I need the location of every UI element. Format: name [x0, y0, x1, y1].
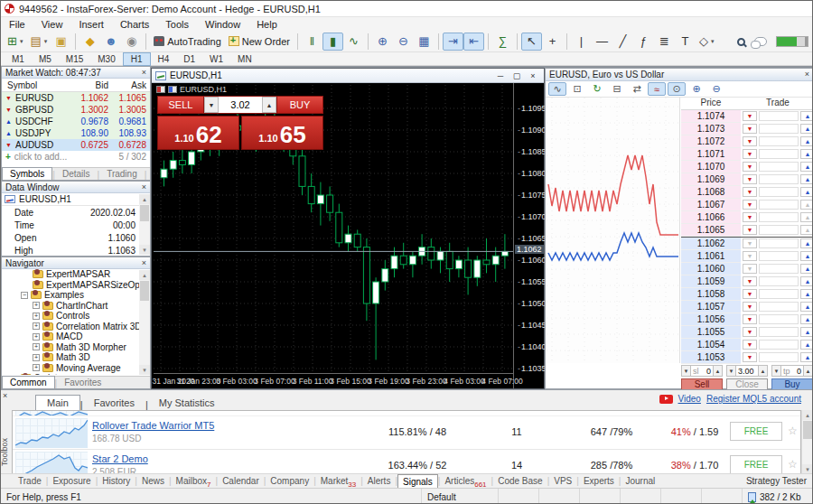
menu-tools[interactable]: Tools — [157, 19, 197, 30]
dom-orders-icon[interactable]: ⊡ — [568, 82, 586, 96]
menu-charts[interactable]: Charts — [112, 19, 157, 30]
fibonacci-button[interactable]: ƒ — [633, 33, 654, 51]
sell-chevron-icon[interactable]: ▼ — [743, 327, 757, 337]
subscribe-button[interactable]: FREE — [730, 422, 782, 441]
market-watch-row[interactable]: ▲USDCHF0.96780.9681 — [2, 116, 150, 127]
close-icon[interactable]: × — [3, 392, 7, 400]
signals-scrollbar[interactable]: ▴ ▾ — [801, 410, 813, 474]
menu-view[interactable]: View — [33, 19, 71, 30]
maximize-icon[interactable]: ▢ — [511, 71, 522, 80]
take-profit-up-icon[interactable]: ▲ — [803, 365, 813, 377]
objects-button[interactable]: ◇▾ — [696, 33, 718, 51]
dom-trade-cell[interactable] — [759, 251, 799, 261]
dom-trade-cell[interactable] — [759, 225, 799, 235]
scroll-up-icon[interactable]: ▴ — [802, 410, 813, 420]
sell-chevron-icon[interactable]: ▼ — [743, 136, 757, 146]
dom-trade-cell[interactable] — [759, 124, 799, 134]
navigator-item-examples[interactable]: −Examples — [2, 290, 150, 301]
stop-loss-up-icon[interactable]: ▲ — [713, 365, 723, 377]
menu-help[interactable]: Help — [248, 19, 285, 30]
register-mql5-link[interactable]: Register MQL5 account — [706, 394, 801, 404]
tab-main[interactable]: Main — [35, 395, 80, 410]
buy-price-button[interactable]: 1.10 65 — [241, 116, 323, 150]
sell-chevron-icon[interactable]: ▼ — [743, 124, 757, 134]
signal-name-link[interactable]: Rollover Trade Warrior MT5 — [92, 420, 214, 431]
scrollbar-thumb[interactable] — [140, 281, 149, 301]
sell-chevron-icon[interactable]: ▼ — [743, 187, 757, 197]
toolbox-tab-calendar[interactable]: Calendar — [218, 474, 264, 489]
buy-chevron-icon[interactable]: ▲ — [800, 251, 813, 261]
new-order-button[interactable]: New Order — [225, 33, 294, 51]
timeframe-h4[interactable]: H4 — [151, 52, 177, 66]
scrollbar-thumb[interactable] — [803, 421, 812, 439]
toolbox-tab-mailbox[interactable]: Mailbox7 — [172, 474, 216, 489]
dom-zoom-out-icon[interactable]: ⊖ — [707, 82, 725, 96]
toolbox-tab-trade[interactable]: Trade — [14, 474, 46, 489]
bar-chart-button[interactable]: ǁ — [302, 33, 322, 51]
auto-scroll-button[interactable]: ⇥ — [443, 33, 463, 51]
vertical-line-button[interactable]: | — [571, 33, 592, 51]
toolbox-tab-code-base[interactable]: Code Base — [493, 474, 547, 489]
dom-trade-cell[interactable] — [759, 327, 799, 337]
close-icon[interactable]: × — [805, 70, 809, 79]
dom-trade-cell[interactable] — [759, 238, 799, 248]
sell-chevron-icon[interactable]: ▼ — [743, 111, 757, 121]
dom-trade-cell[interactable] — [759, 111, 799, 121]
timeframe-d1[interactable]: D1 — [176, 52, 202, 66]
chart-shift-button[interactable]: ⇤ — [463, 33, 484, 51]
buy-chevron-icon[interactable]: ▲ — [800, 314, 813, 324]
navigator-item-chartinchart[interactable]: +ChartInChart — [2, 301, 150, 312]
sell-chevron-icon[interactable]: ▼ — [743, 340, 757, 350]
sell-chevron-icon[interactable]: ▼ — [743, 276, 757, 286]
buy-chevron-icon[interactable]: ▲ — [800, 174, 813, 184]
sell-chevron-icon[interactable]: ▼ — [743, 162, 757, 172]
search-icon[interactable] — [737, 38, 745, 46]
dom-trade-cell[interactable] — [759, 187, 799, 197]
timeframe-m1[interactable]: M1 — [5, 52, 32, 66]
candlestick-button[interactable]: ▮ — [322, 33, 343, 51]
dom-trade-cell[interactable] — [759, 174, 799, 184]
data-window-scrollbar[interactable]: ▴ ▾ — [139, 194, 150, 255]
strategy-tester-label[interactable]: Strategy Tester — [746, 476, 813, 486]
dom-trade-cell[interactable] — [759, 314, 799, 324]
chart-area[interactable]: EURUSD,H1 SELL ▼ 3.02 ▲ BUY 1.10 62 — [152, 83, 544, 388]
tab-details[interactable]: Details — [55, 168, 98, 180]
volume-up-icon[interactable]: ▲ — [262, 97, 276, 113]
volume-down-icon[interactable]: ▼ — [204, 97, 219, 113]
timeframe-w1[interactable]: W1 — [202, 52, 230, 66]
dom-volume-up-icon[interactable]: ▲ — [758, 365, 768, 377]
navigator-scrollbar[interactable]: ▴ ▾ — [139, 270, 150, 375]
stop-loss-field[interactable]: sl0 — [691, 365, 713, 377]
dom-trade-cell[interactable] — [759, 302, 799, 312]
one-click-toggle-icon[interactable] — [156, 86, 165, 93]
scrollbar-thumb[interactable] — [140, 205, 149, 221]
dom-group-icon[interactable]: ⊙ — [668, 82, 686, 96]
collapse-icon[interactable]: − — [21, 292, 28, 299]
dom-trade-cell[interactable] — [759, 212, 799, 222]
video-link[interactable]: Video — [678, 394, 701, 404]
sell-chevron-icon[interactable]: ▼ — [743, 352, 757, 362]
text-button[interactable]: T — [675, 33, 696, 51]
toolbox-tab-company[interactable]: Company — [266, 474, 313, 489]
take-profit-field[interactable]: tp0 — [781, 365, 803, 377]
toolbox-tab-exposure[interactable]: Exposure — [48, 474, 95, 489]
chart-window-titlebar[interactable]: EURUSD,H1 ─ ▢ × — [152, 69, 544, 83]
dom-depth-icon[interactable]: ⊟ — [608, 82, 626, 96]
depth-toggle-icon[interactable] — [168, 86, 177, 93]
time-axis[interactable]: 31 Jan 202031 Jan 23:003 Feb 03:003 Feb … — [154, 373, 513, 387]
menu-file[interactable]: File — [1, 19, 33, 30]
market-watch-add-row[interactable]: + click to add... 5 / 302 — [2, 151, 150, 163]
column-symbol[interactable]: Symbol — [2, 80, 74, 90]
buy-chevron-icon[interactable]: ▲ — [800, 264, 813, 274]
sell-chevron-icon[interactable]: ▼ — [743, 174, 757, 184]
tab-my-statistics[interactable]: My Statistics — [148, 396, 226, 410]
buy-chevron-icon[interactable]: ▲ — [800, 327, 813, 337]
toolbox-tab-market[interactable]: Market33 — [316, 474, 360, 489]
favorite-star-icon[interactable]: ☆ — [788, 425, 798, 437]
youtube-icon[interactable] — [659, 395, 673, 404]
trendline-button[interactable]: ╱ — [612, 33, 633, 51]
navigator-item-math-3d-morpher[interactable]: +Math 3D Morpher — [2, 342, 150, 353]
tab-common[interactable]: Common — [2, 376, 55, 388]
sell-chevron-icon[interactable]: ▼ — [743, 200, 757, 210]
close-icon[interactable]: × — [528, 71, 538, 80]
